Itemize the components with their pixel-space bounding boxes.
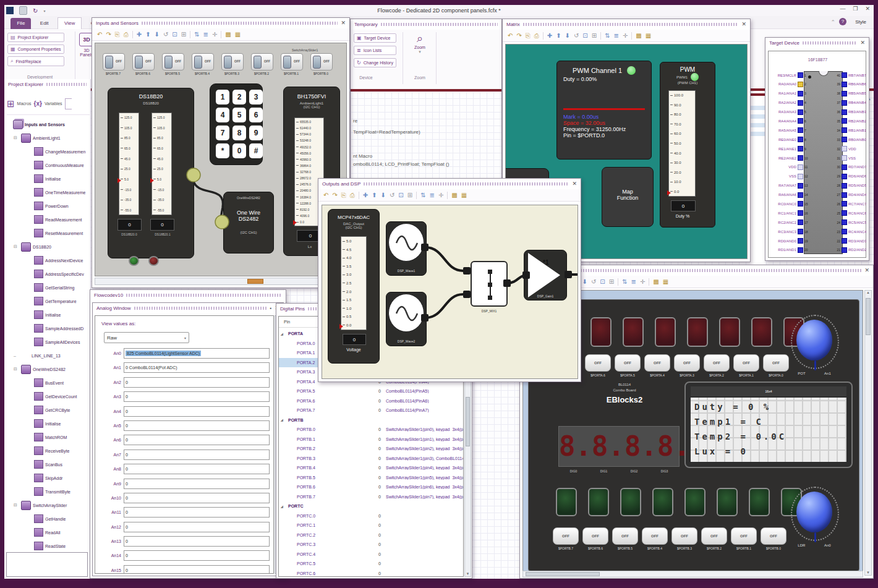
digital-pin-row[interactable]: PORTB.5 0 SwitchArraySlider1(pin5), keyp…: [279, 473, 464, 483]
analog-value-field[interactable]: 0: [124, 565, 270, 573]
digital-pin-row[interactable]: PORTC.3 0: [279, 540, 464, 550]
toolbar-icon[interactable]: ⇅: [194, 32, 199, 38]
toolbar-icon[interactable]: ✚: [137, 32, 142, 38]
ldr-knob[interactable]: LDR An0: [788, 485, 840, 547]
flowcode-titlebar[interactable]: Flowcodev10: [90, 290, 286, 300]
chip-pin[interactable]: RD0/AND0 19: [770, 238, 812, 244]
keypad-key[interactable]: 9: [249, 126, 263, 140]
tree-item[interactable]: ⊟ OneWireDS2482: [6, 362, 90, 376]
tab-macros[interactable]: Macros: [17, 101, 32, 106]
chip-pin[interactable]: 22 RD3/AND3: [833, 238, 866, 244]
toolbar-icon[interactable]: ⬆: [145, 32, 150, 38]
help-icon[interactable]: ?: [839, 18, 846, 25]
pot-knob[interactable]: POT An1: [788, 313, 840, 375]
chip-pin[interactable]: 35 RB2/ANB2: [833, 118, 866, 124]
chip-pin[interactable]: RC3/ANC3 18: [770, 229, 812, 234]
toolbar-icon[interactable]: [132, 31, 133, 38]
chip-pin[interactable]: 24 RC5/ANC5: [833, 219, 866, 225]
close-icon[interactable]: ✕: [572, 181, 577, 187]
toolbar-icon[interactable]: ⊞: [609, 279, 614, 285]
toolbar-icon[interactable]: ⇅: [605, 33, 610, 39]
tree-item[interactable]: GetHandle: [6, 512, 90, 526]
switch-lever[interactable]: [224, 56, 232, 69]
analog-titlebar[interactable]: Analog Window ▪ ✕: [93, 303, 283, 313]
chip-pin[interactable]: RA1/ANA1 3: [770, 91, 812, 96]
toolbar-icon[interactable]: ⬇: [381, 192, 386, 198]
digital-pin-row[interactable]: PORTA.5 0 ComboBL0114(PinA5): [279, 386, 464, 396]
analog-value-field[interactable]: 0: [124, 550, 270, 561]
toolbar-icon[interactable]: [600, 32, 601, 40]
keypad-key[interactable]: 0: [232, 143, 246, 158]
keypad-key[interactable]: 5: [232, 108, 246, 122]
toolbar-icon[interactable]: ⊞: [592, 33, 597, 39]
tab-edit[interactable]: Edit: [34, 18, 55, 29]
toolbar-icon[interactable]: ✛: [438, 192, 443, 198]
porta-button[interactable]: OFF: [644, 354, 670, 372]
ribbon-view-item[interactable]: ≣ Icon Lists: [354, 46, 396, 55]
tab-view[interactable]: View: [58, 17, 82, 29]
eblocks-vscrollbar[interactable]: ▲ ▼: [864, 290, 872, 576]
chip-pin[interactable]: RA0/ANA0 2: [770, 82, 812, 87]
chip-pin[interactable]: 21 RD2/AND2: [833, 247, 866, 253]
chip-pin[interactable]: 28 RD5/AND5: [833, 183, 866, 189]
toolbar-icon[interactable]: ⎘: [526, 33, 531, 39]
tree-item[interactable]: ReceiveByte: [6, 444, 90, 458]
toolbar-icon[interactable]: ↺: [163, 32, 168, 38]
toolbar-icon[interactable]: ▩: [451, 192, 457, 198]
toolbar-icon[interactable]: ✚: [363, 192, 368, 198]
switch-lever[interactable]: [194, 56, 202, 69]
toolbar-icon[interactable]: ↺: [390, 192, 394, 198]
chip-pin[interactable]: RA3/ANA3 5: [770, 109, 812, 115]
toolbar-icon[interactable]: ▩: [653, 279, 658, 285]
chip-pin[interactable]: RA4/ANA4 6: [770, 118, 812, 124]
toolbar-icon[interactable]: ⎘: [341, 192, 346, 198]
digital-pin-row[interactable]: PORTB.3 0 SwitchArraySlider1(pin3), Comb…: [279, 454, 464, 464]
globals-icon[interactable]: [65, 98, 72, 109]
switch[interactable]: OFF $PORTB.3: [221, 53, 242, 75]
tree-item[interactable]: GetTemperature: [6, 294, 90, 308]
toolbar-icon[interactable]: ↷: [106, 32, 111, 38]
pin-window-icon[interactable]: ▪: [270, 306, 272, 311]
keypad-key[interactable]: *: [216, 143, 229, 158]
toolbar-icon[interactable]: ▩: [225, 32, 231, 38]
toolbar-icon[interactable]: ≣: [430, 192, 435, 198]
ribbon-button[interactable]: ▤ Project Explorer: [7, 33, 64, 42]
target-titlebar[interactable]: Target Device ✕: [765, 38, 869, 48]
chip-pin[interactable]: 32 VDD: [833, 146, 866, 151]
toolbar-icon[interactable]: ⎙: [124, 32, 129, 38]
toolbar-icon[interactable]: ⇅: [420, 192, 425, 198]
toolbar-icon[interactable]: ▩: [636, 33, 641, 39]
toolbar-icon[interactable]: ⊡: [600, 279, 605, 285]
tree-item[interactable]: ⊟ SwitchArraySlider: [6, 498, 90, 512]
tree-item[interactable]: – LINK_LINE_13: [6, 349, 90, 362]
analog-value-field[interactable]: 0: [124, 464, 270, 474]
portb-button[interactable]: OFF: [761, 527, 786, 545]
toolbar-icon[interactable]: ⊞: [407, 192, 412, 198]
toolbar-icon[interactable]: [649, 278, 649, 286]
toolbar-icon[interactable]: ⬇: [155, 32, 160, 38]
analog-value-field[interactable]: 0: [124, 406, 270, 417]
chip-pin[interactable]: RC0/ANC0 15: [770, 201, 812, 207]
tree-item[interactable]: AddressSpecificDev: [6, 267, 90, 281]
analog-value-field[interactable]: 0 ComboBL0114(Pot ADC): [124, 362, 270, 373]
tree-item[interactable]: ⊟ AmbientLight1: [6, 131, 90, 145]
tree-item[interactable]: AddressNextDevice: [6, 254, 90, 267]
chip-pin[interactable]: 31 VSS: [833, 155, 866, 161]
eblocks-hscrollbar[interactable]: [522, 571, 863, 577]
ribbon-view-item[interactable]: ↻ Change History: [354, 58, 396, 67]
tree-item[interactable]: GetCRCByte: [6, 403, 90, 417]
analog-value-field[interactable]: 825 ComboBL0114(LightSensor ADC): [124, 348, 270, 359]
row-expander-icon[interactable]: ◢: [279, 332, 287, 336]
tree-item[interactable]: ContinuousMeasure: [6, 158, 90, 172]
toolbar-icon[interactable]: ≣: [203, 32, 208, 38]
temporary-titlebar[interactable]: Temporary: [351, 19, 501, 30]
digital-pin-row[interactable]: PORTC.5 0: [279, 559, 464, 569]
portb-button[interactable]: OFF: [671, 527, 697, 545]
toolbar-icon[interactable]: ⬇: [565, 33, 570, 39]
switch-lever[interactable]: [164, 56, 173, 69]
switch-lever[interactable]: [135, 56, 143, 69]
row-expander-icon[interactable]: ◢: [279, 418, 287, 422]
analog-value-field[interactable]: 0: [124, 450, 270, 460]
switch-lever[interactable]: [105, 56, 113, 69]
tree-item[interactable]: Inputs and Sensors: [6, 117, 90, 131]
